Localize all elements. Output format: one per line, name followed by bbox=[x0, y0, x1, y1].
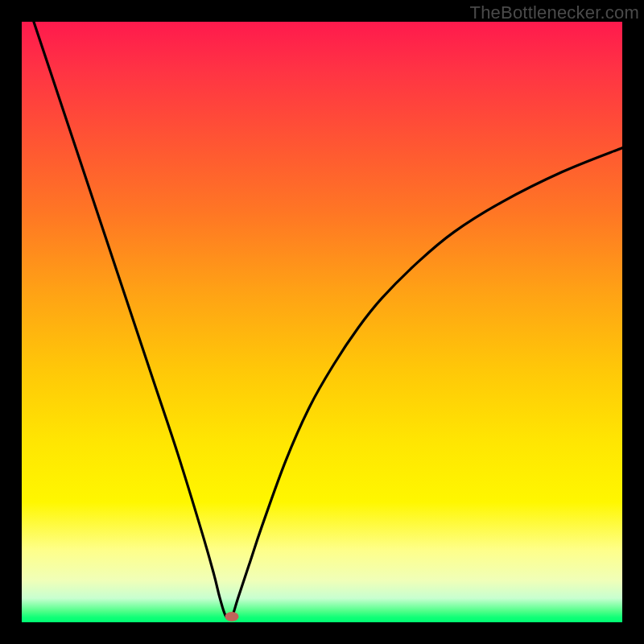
watermark-text: TheBottleneсker.com bbox=[470, 2, 639, 23]
optimum-marker bbox=[225, 612, 239, 621]
chart-plot-area bbox=[22, 22, 622, 622]
chart-curve-layer bbox=[22, 22, 622, 622]
bottleneck-curve bbox=[34, 22, 622, 619]
